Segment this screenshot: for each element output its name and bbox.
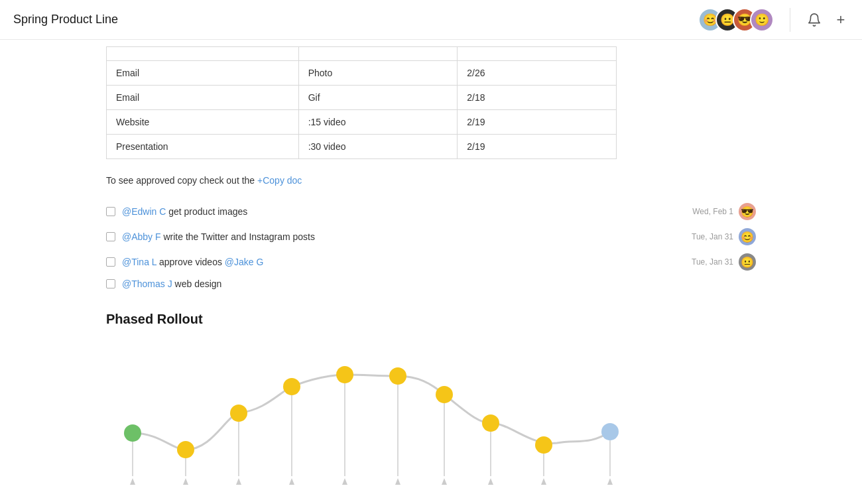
task-checkbox-3[interactable]	[106, 257, 115, 267]
copy-doc-link[interactable]: +Copy doc	[257, 175, 302, 186]
task-date-2: Tue, Jan 31	[692, 232, 733, 241]
svg-point-22	[230, 405, 247, 422]
task-text-1: @Edwin C get product images	[122, 206, 692, 217]
header: Spring Product Line 😊😐😎🙂 +	[0, 0, 862, 40]
copy-doc-line: To see approved copy check out the +Copy…	[106, 175, 756, 186]
task-avatar-2[interactable]: 😊	[739, 228, 756, 245]
header-actions: 😊😐😎🙂 +	[698, 8, 849, 32]
avatar-4[interactable]: 🙂	[750, 8, 774, 32]
task-meta-3: Tue, Jan 31 😐	[692, 253, 756, 271]
task-text-3: @Tina L approve videos @Jake G	[122, 257, 692, 267]
task-item-1: @Edwin C get product images Wed, Feb 1 😎	[106, 199, 756, 224]
task-mention-2[interactable]: @Abby F	[122, 231, 161, 242]
task-item-3: @Tina L approve videos @Jake G Tue, Jan …	[106, 249, 756, 275]
task-checkbox-1[interactable]	[106, 207, 115, 216]
avatar-group: 😊😐😎🙂	[698, 8, 774, 32]
svg-point-24	[336, 366, 353, 383]
task-checkbox-2[interactable]	[106, 232, 115, 241]
notification-icon[interactable]	[806, 12, 822, 28]
phased-rollout-title: Phased Rollout	[106, 312, 756, 327]
add-icon[interactable]: +	[833, 12, 849, 28]
task-item-2: @Abby F write the Twitter and Instagram …	[106, 224, 756, 249]
table-row: Presentation:30 video2/19	[107, 135, 617, 159]
task-date-3: Tue, Jan 31	[692, 257, 733, 267]
task-list: @Edwin C get product images Wed, Feb 1 😎…	[106, 199, 756, 293]
svg-marker-12	[236, 478, 241, 485]
content-table: EmailPhoto2/26EmailGif2/18Website:15 vid…	[106, 46, 617, 159]
svg-point-28	[535, 436, 552, 454]
svg-point-29	[601, 423, 619, 440]
task-text-2: @Abby F write the Twitter and Instagram …	[122, 231, 692, 242]
svg-marker-15	[395, 478, 400, 485]
task-mention-1[interactable]: @Edwin C	[122, 206, 166, 217]
task-mention-4[interactable]: @Thomas J	[122, 279, 172, 289]
svg-marker-18	[541, 478, 546, 485]
table-row: EmailPhoto2/26	[107, 61, 617, 86]
svg-marker-13	[289, 478, 294, 485]
page-title: Spring Product Line	[13, 13, 118, 27]
svg-marker-14	[342, 478, 347, 485]
phased-rollout-chart	[106, 340, 637, 499]
task-mention-3[interactable]: @Tina L	[122, 257, 156, 267]
svg-point-27	[482, 414, 499, 432]
svg-point-21	[177, 441, 194, 458]
svg-point-25	[389, 367, 406, 385]
svg-marker-16	[442, 478, 447, 485]
task-text-4: @Thomas J web design	[122, 279, 756, 289]
task-avatar-3[interactable]: 😐	[739, 253, 756, 271]
svg-marker-10	[130, 478, 135, 485]
table-row: Website:15 video2/19	[107, 110, 617, 135]
svg-marker-17	[488, 478, 493, 485]
chart-svg	[106, 340, 637, 499]
task-mention2-3[interactable]: @Jake G	[225, 257, 264, 267]
task-meta-2: Tue, Jan 31 😊	[692, 228, 756, 245]
task-avatar-1[interactable]: 😎	[739, 203, 756, 220]
main-content: EmailPhoto2/26EmailGif2/18Website:15 vid…	[0, 40, 862, 504]
svg-marker-11	[183, 478, 188, 485]
phased-rollout-section: Phased Rollout	[106, 312, 756, 504]
table-row: EmailGif2/18	[107, 86, 617, 110]
svg-point-23	[283, 378, 300, 395]
svg-point-26	[436, 386, 453, 403]
task-date-1: Wed, Feb 1	[692, 207, 733, 216]
task-item-4: @Thomas J web design	[106, 275, 756, 293]
task-checkbox-4[interactable]	[106, 279, 115, 288]
copy-doc-text: To see approved copy check out the	[106, 175, 257, 186]
task-meta-1: Wed, Feb 1 😎	[692, 203, 756, 220]
header-divider	[790, 8, 790, 32]
svg-point-20	[124, 424, 141, 442]
svg-marker-19	[607, 478, 613, 485]
